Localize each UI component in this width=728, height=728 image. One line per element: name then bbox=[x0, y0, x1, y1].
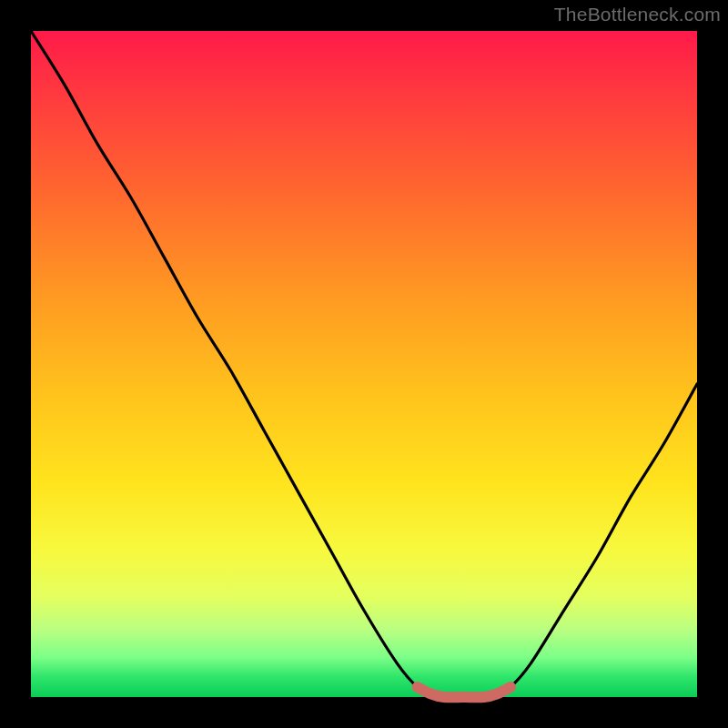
chart-svg bbox=[31, 31, 697, 697]
curve-line bbox=[31, 31, 697, 697]
chart-frame: TheBottleneck.com bbox=[0, 0, 728, 728]
plot-area bbox=[31, 31, 697, 697]
flat-segment bbox=[418, 687, 511, 697]
watermark-text: TheBottleneck.com bbox=[554, 4, 721, 25]
